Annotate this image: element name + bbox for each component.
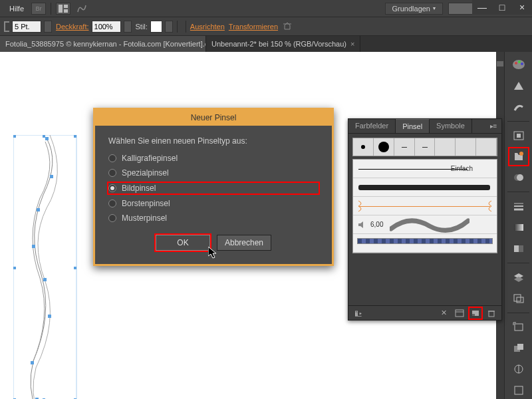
radio-label: Kalligrafiepinsel	[122, 154, 178, 163]
right-panel-dock	[504, 52, 532, 399]
brush-thumb[interactable]	[456, 138, 476, 156]
color-panel-icon[interactable]	[509, 56, 528, 73]
radio-pattern[interactable]: Musterpinsel	[108, 213, 319, 223]
brush-thumb[interactable]	[374, 138, 394, 156]
tab-title: Unbenannt-2* bei 150 % (RGB/Vorschau)	[211, 40, 346, 48]
library-menu-icon[interactable]: �꯭▸	[352, 308, 364, 319]
brush-thumb[interactable]	[435, 138, 456, 156]
close-icon[interactable]: ×	[350, 40, 354, 48]
svg-point-28	[519, 152, 523, 156]
radio-label: Musterpinsel	[122, 213, 167, 223]
document-tab[interactable]: Unbenannt-2* bei 150 % (RGB/Vorschau) ×	[206, 36, 360, 52]
svg-rect-20	[74, 267, 76, 269]
svg-point-23	[518, 61, 521, 63]
brush-list-item[interactable]: Einfach	[353, 160, 497, 178]
brush-list-item[interactable]	[353, 178, 497, 197]
svg-rect-36	[519, 245, 523, 252]
arrange-docs-icon[interactable]	[56, 3, 70, 15]
align-icon[interactable]	[509, 319, 528, 336]
svg-rect-40	[517, 297, 523, 303]
opacity-label[interactable]: Deckkraft:	[56, 23, 89, 31]
anchor-icon	[4, 21, 9, 32]
maximize-button[interactable]: □	[492, 0, 512, 15]
style-swatch[interactable]	[150, 21, 162, 33]
brush-size-value: 6,00	[370, 221, 383, 228]
brush-thumb[interactable]	[353, 138, 374, 156]
opacity-input[interactable]	[92, 21, 121, 33]
stroke-weight-input[interactable]	[12, 21, 41, 33]
svg-rect-1	[64, 5, 68, 8]
tab-title: Fotolia_53885975 © kennykiernan - Fotoli…	[5, 40, 206, 48]
svg-rect-34	[514, 224, 523, 231]
radio-art[interactable]: Bildpinsel	[108, 183, 319, 194]
transparency-icon[interactable]	[509, 240, 528, 257]
libraries-icon[interactable]	[509, 148, 528, 166]
brush-options-icon[interactable]	[454, 308, 466, 319]
radio-label: Spezialpinsel	[122, 168, 169, 178]
svg-rect-48	[515, 386, 523, 394]
artwork-paths	[13, 135, 86, 399]
workspace-switcher[interactable]: Grundlagen ▾	[385, 3, 444, 15]
transform-icon[interactable]	[509, 360, 528, 378]
tab-symbols[interactable]: Symbole	[430, 119, 472, 133]
help-menu[interactable]: Hilfe	[4, 2, 29, 15]
svg-rect-8	[32, 245, 35, 248]
svg-rect-7	[37, 208, 40, 211]
layers-icon[interactable]	[509, 269, 528, 286]
svg-rect-53	[472, 314, 475, 316]
brush-list-item[interactable]	[353, 234, 497, 253]
align-link[interactable]: Ausrichten	[190, 23, 225, 31]
panel-footer: �꯭▸ ✕	[348, 305, 501, 320]
radio-bristle[interactable]: Borstenpinsel	[108, 199, 319, 208]
isolate-icon[interactable]	[282, 21, 293, 32]
cancel-button[interactable]: Abbrechen	[217, 235, 271, 251]
document-tab[interactable]: Fotolia_53885975 © kennykiernan - Fotoli…	[0, 36, 206, 52]
panel-menu-icon[interactable]: ▸≡	[485, 119, 501, 133]
brushes-icon[interactable]	[509, 98, 528, 116]
brush-list-item[interactable]	[353, 197, 497, 215]
svg-rect-4	[13, 135, 76, 399]
ok-button[interactable]: OK	[156, 235, 210, 251]
svg-rect-10	[48, 315, 51, 318]
dialog-title: Neuer Pinsel	[95, 110, 332, 126]
svg-rect-0	[59, 5, 63, 13]
brush-thumb[interactable]	[415, 138, 436, 156]
svg-marker-49	[358, 221, 363, 228]
stroke-icon[interactable]	[509, 198, 528, 215]
artboards-icon[interactable]	[509, 290, 528, 307]
appearance-icon[interactable]	[509, 169, 528, 186]
style-label: Stil:	[136, 23, 148, 31]
delete-brush-icon[interactable]	[485, 308, 497, 319]
style-dropdown[interactable]	[165, 21, 173, 33]
radio-label: Borstenpinsel	[122, 199, 170, 208]
tab-swatches[interactable]: Farbfelder	[348, 119, 396, 133]
svg-rect-14	[74, 135, 76, 138]
radio-calligraphy[interactable]: Kalligrafiepinsel	[108, 154, 319, 163]
brush-type-radio-group: Kalligrafiepinsel Spezialpinsel Bildpins…	[108, 154, 319, 223]
tab-brushes[interactable]: Pinsel	[396, 119, 430, 133]
symbols-icon[interactable]	[509, 127, 528, 144]
brush-list-item[interactable]: 6,00	[353, 215, 497, 234]
remove-stroke-icon[interactable]: ✕	[438, 308, 450, 319]
stroke-weight-dropdown[interactable]	[44, 21, 52, 33]
transform-link[interactable]: Transformieren	[229, 23, 278, 31]
actions-icon[interactable]	[509, 382, 528, 399]
gpu-icon[interactable]	[74, 3, 89, 15]
opacity-dropdown[interactable]	[124, 21, 132, 33]
radio-scatter[interactable]: Spezialpinsel	[108, 168, 319, 178]
close-window-button[interactable]: ×	[512, 0, 532, 15]
brush-thumb[interactable]	[394, 138, 415, 156]
brush-thumbnails-row	[352, 138, 497, 156]
brush-thumb[interactable]	[476, 138, 497, 156]
workspace-label: Grundlagen	[392, 5, 431, 13]
svg-point-22	[515, 62, 517, 65]
svg-rect-5	[45, 137, 49, 140]
swatches-icon[interactable]	[509, 77, 528, 94]
pathfinder-icon[interactable]	[509, 340, 528, 357]
gradient-icon[interactable]	[509, 219, 528, 236]
bridge-icon[interactable]: Br	[31, 3, 46, 15]
minimize-button[interactable]: —	[472, 0, 492, 15]
svg-rect-54	[489, 311, 494, 317]
svg-rect-19	[13, 267, 16, 269]
new-brush-icon[interactable]	[469, 308, 481, 319]
